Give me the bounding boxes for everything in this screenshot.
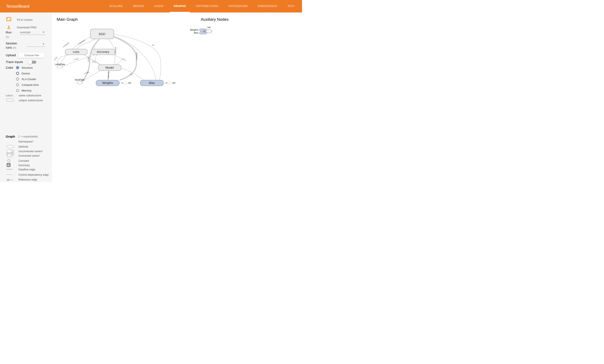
trace-inputs-label: Trace inputs (6, 60, 23, 64)
svg-text:?×784: ?×784 (87, 57, 89, 62)
fit-to-screen-button[interactable]: Fit to screen (17, 18, 33, 21)
node-loss[interactable]: Loss (65, 49, 87, 55)
radio-memory-label[interactable]: Memory (22, 89, 32, 92)
unique-substructure-label: unique substructure (19, 99, 43, 102)
tab-audio[interactable]: AUDIO (151, 0, 167, 12)
fit-to-screen-icon[interactable] (6, 17, 11, 21)
run-select-caret[interactable] (42, 32, 45, 33)
same-substructure-label: same substructure (19, 94, 41, 97)
legend-item-dataflow-edge: Dataflow edge (18, 168, 35, 171)
weights-init-stub[interactable]: init (120, 82, 131, 84)
run-label: Run (6, 30, 12, 34)
svg-text:SGD: SGD (99, 32, 105, 36)
svg-text:10: 10 (152, 44, 155, 47)
upload-label: Upload (6, 53, 16, 57)
radio-compute-time[interactable] (16, 83, 19, 86)
run-count: (1) (6, 35, 9, 38)
tab-text[interactable]: TEXT (284, 0, 299, 12)
radio-xla-cluster[interactable] (16, 78, 19, 81)
radio-compute-time-label[interactable]: Compute time (22, 83, 39, 86)
trace-inputs-toggle[interactable] (29, 61, 36, 64)
legend-item-reference-edge: Reference edge (18, 178, 37, 181)
dataflow-edge-icon (6, 169, 13, 170)
radio-structure-label[interactable]: Structure (22, 66, 33, 69)
svg-text:2 tensors: 2 tensors (136, 52, 138, 60)
svg-text:Accuracy: Accuracy (97, 50, 109, 53)
constant-icon (7, 159, 10, 162)
tab-scalars[interactable]: SCALARS (106, 0, 127, 12)
radio-structure[interactable] (16, 66, 19, 69)
svg-text:Bias: Bias (194, 32, 199, 34)
legend-item-summary: Summary (18, 164, 30, 167)
summary-icon (7, 163, 11, 167)
toggle-knob[interactable] (28, 60, 32, 64)
svg-text:Weights: Weights (102, 81, 113, 85)
download-png-button[interactable]: Download PNG (17, 26, 37, 29)
svg-text:Loss: Loss (73, 50, 79, 53)
app-toolbar: TensorBoard SCALARS IMAGES AUDIO GRAPHS … (0, 0, 302, 12)
bias-init-stub[interactable]: init (164, 82, 175, 84)
svg-text:?×10: ?×10 (74, 58, 78, 61)
tab-images[interactable]: IMAGES (129, 0, 148, 12)
nav-tabs: SCALARS IMAGES AUDIO GRAPHS DISTRIBUTION… (106, 0, 299, 12)
session-select[interactable] (27, 47, 45, 47)
legend-note: (* = expandable) (18, 135, 38, 138)
svg-text:LabelData: LabelData (55, 63, 65, 66)
app-title: TensorBoard (6, 0, 29, 12)
session-select-caret[interactable] (42, 44, 45, 45)
legend-title: Graph (6, 135, 15, 138)
auxiliary-nodes-title: Auxiliary Nodes (201, 17, 229, 22)
session-runs-label-line2: runs (0) (6, 46, 16, 49)
svg-text:Weights: Weights (190, 28, 198, 31)
node-bias[interactable]: Bias (140, 80, 164, 86)
opnode-icon (6, 145, 14, 148)
svg-text:init: init (172, 82, 175, 84)
svg-text:init: init (207, 26, 210, 28)
radio-device[interactable] (16, 72, 19, 75)
radio-memory[interactable] (16, 89, 19, 92)
colors-label: colors (6, 94, 13, 97)
graph-controls-sidebar: Fit to screen Download PNG Run (1) examp… (0, 12, 52, 182)
tab-distributions[interactable]: DISTRIBUTIONS (192, 0, 222, 12)
tab-graphs[interactable]: GRAPHS (170, 0, 190, 12)
graph-edge-labels: 2 tensors 5 tensors ?×10 ?×10 ?×784 ?×10… (53, 39, 155, 78)
tab-embeddings[interactable]: EMBEDDINGS (254, 0, 281, 12)
opnode-inputdata[interactable]: InputData (75, 78, 84, 84)
svg-text:?×10: ?×10 (122, 58, 126, 61)
color-by-label: Color (6, 66, 13, 69)
download-icon[interactable] (7, 25, 11, 30)
svg-text:?×10: ?×10 (53, 56, 58, 61)
radio-xla-cluster-label[interactable]: XLA Cluster (22, 78, 36, 81)
radio-device-label[interactable]: Device (22, 72, 30, 75)
control-dependency-edge-icon (6, 174, 13, 175)
main-graph-title: Main Graph (57, 17, 78, 22)
unique-substructure-swatch (6, 98, 14, 101)
unconnected-series-icon (6, 149, 16, 153)
connected-series-icon (7, 154, 12, 158)
svg-text:Model: Model (105, 66, 114, 69)
svg-text:InputData: InputData (75, 78, 84, 81)
legend-item-constant: Constant (18, 159, 29, 162)
choose-file-button[interactable]: Choose File (18, 53, 45, 58)
legend-item-unconnected-series: Unconnected series* (18, 150, 43, 153)
legend-item-connected-series: Connected series* (18, 154, 40, 157)
node-model[interactable]: Model (98, 65, 121, 71)
reference-edge-icon (6, 178, 13, 181)
tab-histograms[interactable]: HISTOGRAMS (225, 0, 252, 12)
session-runs-count: (0) (13, 46, 16, 49)
node-weights[interactable]: Weights (96, 80, 119, 86)
session-runs-word: runs (6, 46, 12, 49)
legend-item-control-dependency-edge: Control dependency edge (18, 173, 49, 176)
svg-text:784×10: 784×10 (107, 72, 110, 78)
svg-text:Bias: Bias (149, 81, 155, 85)
opnode-labeldata[interactable]: LabelData (55, 63, 65, 68)
legend-item-opnode: OpNode (18, 145, 28, 148)
svg-text:init: init (128, 82, 131, 84)
svg-text:2 tensors: 2 tensors (62, 41, 70, 48)
run-select[interactable]: example (20, 31, 30, 34)
node-accuracy[interactable]: Accuracy (91, 49, 115, 55)
legend-item-namespace: Namespace* (18, 140, 34, 143)
node-sgd[interactable]: SGD (90, 29, 114, 39)
session-runs-label-line1: Session (6, 41, 17, 45)
